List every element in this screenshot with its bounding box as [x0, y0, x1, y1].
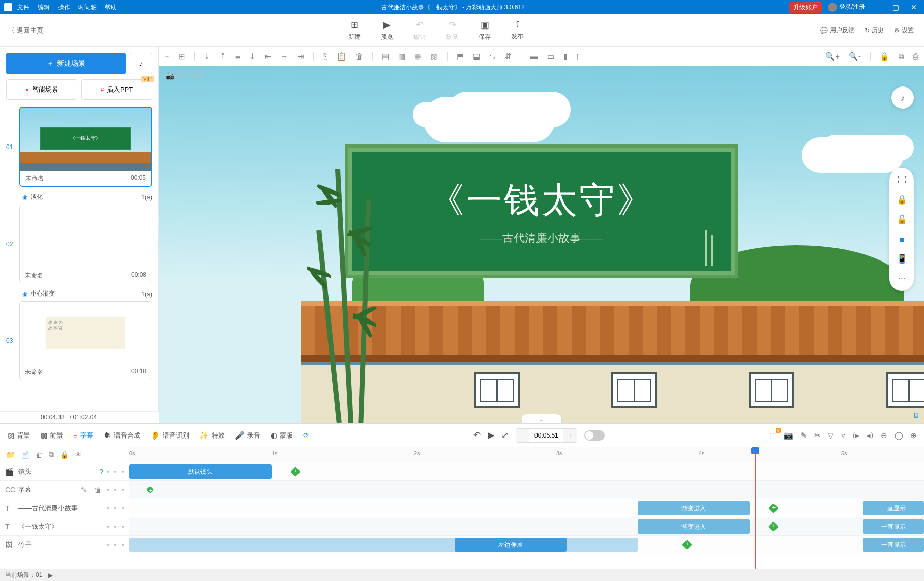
feedback-button[interactable]: 💬用户反馈: [820, 26, 854, 35]
close-icon[interactable]: ✕: [908, 3, 920, 11]
maximize-icon[interactable]: ▢: [889, 3, 902, 11]
collapse-stage-button[interactable]: ⌄: [521, 414, 562, 423]
align-right-icon[interactable]: ⇥: [297, 52, 304, 61]
bring-forward-icon[interactable]: ▥: [398, 52, 405, 61]
cut-tool-icon[interactable]: ✂: [814, 431, 821, 440]
clip-fade-in[interactable]: 渐变进入: [638, 501, 750, 515]
zoom-in-tl-icon[interactable]: ⊕: [910, 431, 917, 440]
time-plus-button[interactable]: +: [563, 429, 577, 442]
track-camera[interactable]: 🎬 镜头 ?: [0, 462, 129, 481]
delete-icon[interactable]: 🗑: [355, 52, 363, 61]
help-icon[interactable]: ?: [99, 468, 103, 476]
preview-button[interactable]: ▶预览: [381, 19, 393, 41]
track-row[interactable]: 渐变进入 一直显示: [129, 517, 924, 536]
import-icon[interactable]: ⤓: [204, 52, 211, 61]
transition-item[interactable]: ◉ 中心渐变 1(s): [6, 286, 152, 301]
delete-track-icon[interactable]: 🗑: [36, 451, 43, 459]
tab-background[interactable]: ▨背景: [7, 431, 30, 440]
menu-timeline[interactable]: 时间轴: [78, 3, 97, 12]
scene-music-button[interactable]: ♪: [130, 53, 152, 74]
rewind-icon[interactable]: ↶: [473, 430, 481, 441]
filter2-tool-icon[interactable]: ▿: [841, 431, 845, 440]
tab-asr[interactable]: 👂语音识别: [151, 431, 189, 440]
group-icon[interactable]: ⬒: [457, 52, 464, 61]
align-top-icon[interactable]: ⤒: [220, 52, 226, 61]
menu-action[interactable]: 操作: [58, 3, 70, 12]
bring-front-icon[interactable]: ▤: [382, 52, 389, 61]
ungroup-icon[interactable]: ⬓: [473, 52, 480, 61]
track-row[interactable]: 左边伸展 一直显示: [129, 536, 924, 554]
sync-icon[interactable]: ⟳: [303, 431, 309, 439]
zoom-out-tl-icon[interactable]: ⊖: [881, 431, 887, 440]
playhead[interactable]: [755, 447, 756, 569]
flip-v-icon[interactable]: ⇵: [505, 52, 512, 61]
fullscreen-icon[interactable]: ⛶: [898, 175, 906, 185]
align-middle-icon[interactable]: ≡: [235, 52, 240, 61]
menu-edit[interactable]: 编辑: [38, 3, 50, 12]
align-bottom-icon[interactable]: ⤓: [249, 52, 256, 61]
redo-button[interactable]: ↷恢复: [446, 19, 458, 41]
track-row[interactable]: 渐变进入 一直显示: [129, 499, 924, 517]
add-folder-icon[interactable]: 📁: [6, 451, 15, 459]
keyframe-icon[interactable]: [146, 486, 154, 493]
lock-track-icon[interactable]: 🔒: [60, 451, 69, 459]
scene-item[interactable]: 03 改 廉 为故 事 官 未命名00:10: [6, 301, 152, 380]
edit-tool-icon[interactable]: ✎: [800, 431, 807, 440]
clip-fade-in[interactable]: 渐变进入: [638, 519, 750, 534]
title-signboard[interactable]: 《一钱太守》 ——古代清廉小故事——: [348, 148, 735, 275]
send-back-icon[interactable]: ▧: [431, 52, 438, 61]
marker-out-icon[interactable]: ◂⟩: [867, 431, 874, 440]
stage-music-button[interactable]: ♪: [891, 86, 914, 109]
keyframe-add-icon[interactable]: [768, 521, 779, 532]
insert-ppt-button[interactable]: P插入PPTVIP: [81, 79, 153, 100]
layer4-icon[interactable]: ▯: [577, 52, 581, 61]
delete-icon[interactable]: 🗑: [94, 486, 103, 494]
keyframe-add-icon[interactable]: [768, 503, 779, 513]
snap-toggle[interactable]: [584, 430, 605, 441]
mobile-icon[interactable]: 📱: [897, 253, 907, 264]
add-track-icon[interactable]: 📄: [21, 451, 29, 459]
keyframe-add-icon[interactable]: [290, 467, 301, 477]
clip-always-show[interactable]: 一直显示: [863, 501, 924, 515]
track-subtitle[interactable]: CC 字幕 ✎ 🗑: [0, 481, 129, 499]
desktop-icon[interactable]: 🖥: [898, 234, 906, 244]
duplicate-track-icon[interactable]: ⧉: [49, 450, 54, 459]
menu-file[interactable]: 文件: [17, 3, 29, 12]
clip-stretch-left[interactable]: 左边伸展: [455, 538, 567, 552]
edit-icon[interactable]: ✎: [81, 486, 90, 494]
scene-item[interactable]: 01 《一钱太守》 未命名00:05: [6, 107, 152, 187]
new-button[interactable]: ⊞新建: [348, 19, 361, 41]
login-button[interactable]: 登录/注册: [828, 3, 865, 12]
track-row[interactable]: 默认镜头: [129, 462, 924, 481]
unlock-icon[interactable]: 🔓: [897, 214, 907, 225]
track-image-bamboo[interactable]: 🖼 竹子: [0, 536, 129, 554]
save-button[interactable]: ▣保存: [479, 19, 491, 41]
layer1-icon[interactable]: ▬: [530, 52, 538, 61]
visibility-icon[interactable]: 👁: [75, 451, 82, 459]
zoom-out-icon[interactable]: 🔍-: [849, 52, 861, 61]
send-backward-icon[interactable]: ▦: [414, 52, 422, 61]
upgrade-button[interactable]: 升级账户: [789, 2, 822, 13]
time-minus-button[interactable]: −: [516, 429, 529, 442]
clip-default-camera[interactable]: 默认镜头: [129, 464, 272, 479]
new-scene-button[interactable]: ＋新建场景: [6, 53, 126, 74]
lock-view-icon[interactable]: 🔒: [897, 194, 907, 205]
zoom-fit-tl-icon[interactable]: ◯: [895, 431, 903, 440]
settings-button[interactable]: ⚙设置: [894, 26, 914, 35]
menu-help[interactable]: 帮助: [105, 3, 117, 12]
grid-icon[interactable]: ⊞: [178, 52, 185, 61]
tab-fx[interactable]: ✨特效: [199, 431, 225, 440]
layer3-icon[interactable]: ▮: [563, 52, 568, 61]
transition-item[interactable]: ◉ 淡化 1(s): [6, 190, 152, 205]
history-button[interactable]: ↻历史: [865, 26, 884, 35]
tab-record[interactable]: 🎤录音: [235, 431, 260, 440]
ai-scene-button[interactable]: ✦智能场景: [6, 79, 77, 100]
tab-mask[interactable]: ◐蒙版: [271, 431, 293, 440]
publish-button[interactable]: ⤴发布: [511, 19, 523, 41]
align-center-icon[interactable]: ↔: [281, 52, 288, 61]
expand-icon[interactable]: ⤢: [501, 430, 509, 441]
duplicate-icon[interactable]: ⧉: [899, 52, 904, 61]
clip-always-show[interactable]: 一直显示: [863, 538, 924, 552]
zoom-in-icon[interactable]: 🔍+: [825, 52, 840, 61]
paste-icon[interactable]: 📋: [337, 52, 346, 61]
